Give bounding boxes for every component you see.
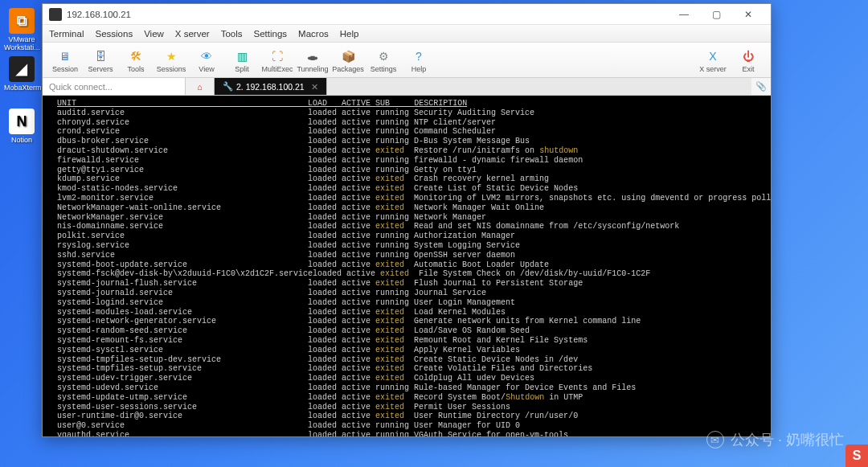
exit-icon: ⏻	[739, 47, 757, 65]
sessions-icon: ★	[162, 47, 180, 65]
mobaxterm-window: 192.168.100.21 — ▢ ✕ TerminalSessionsVie…	[42, 3, 772, 437]
vmware-icon: ⧉	[9, 8, 35, 34]
toolbar-label: Sessions	[157, 65, 186, 73]
toolbar-label: Session	[52, 65, 78, 73]
mobaxterm-icon: ◢	[9, 56, 35, 82]
toolbar-label: Tools	[127, 65, 144, 73]
toolbar-x-server[interactable]: XX server	[695, 46, 731, 75]
connection-row: Quick connect... ⌂🔧2. 192.168.100.21✕ 📎	[43, 78, 771, 96]
settings-icon: ⚙	[375, 47, 392, 65]
watermark: ✉ 公众号 · 奶嘴很忙	[706, 430, 844, 449]
toolbar-label: Split	[235, 65, 249, 73]
toolbar: 🖥Session🗄Servers🛠Tools★Sessions👁View▥Spl…	[43, 43, 771, 78]
toolbar-split[interactable]: ▥Split	[224, 46, 260, 75]
desktop-icon-label: VMware Workstati...	[4, 35, 39, 51]
servers-icon: 🗄	[92, 47, 109, 65]
menu-settings[interactable]: Settings	[254, 29, 288, 39]
toolbar-settings[interactable]: ⚙Settings	[366, 46, 401, 75]
x-server-icon: X	[704, 47, 722, 65]
desktop-icon-notion[interactable]: N Notion	[4, 109, 39, 144]
toolbar-label: Packages	[332, 65, 364, 73]
watermark-text: 公众号 · 奶嘴很忙	[731, 430, 844, 449]
window-title: 192.168.100.21	[67, 10, 668, 19]
toolbar-packages[interactable]: 📦Packages	[330, 46, 366, 75]
toolbar-label: View	[199, 65, 214, 73]
tab-home[interactable]: ⌂	[186, 78, 215, 95]
tab-label: 2. 192.168.100.21	[236, 82, 305, 92]
menu-x-server[interactable]: X server	[175, 29, 210, 39]
desktop-icon-label: Notion	[4, 136, 39, 144]
tools-icon: 🛠	[127, 47, 145, 65]
desktop-icon-label: MobaXterm	[4, 84, 39, 92]
session-icon: 🖥	[56, 47, 74, 65]
toolbar-exit[interactable]: ⏻Exit	[731, 46, 766, 75]
toolbar-sessions[interactable]: ★Sessions	[154, 46, 189, 75]
toolbar-label: MultiExec	[261, 65, 293, 73]
tab-close-icon[interactable]: ✕	[311, 82, 318, 92]
toolbar-label: X server	[699, 65, 727, 73]
paperclip-icon[interactable]: 📎	[751, 81, 771, 92]
tunneling-icon: 🕳	[304, 47, 321, 65]
tray-icon-sogou[interactable]: S	[845, 444, 868, 467]
minimize-button[interactable]: —	[668, 5, 700, 24]
tab-icon: 🔧	[223, 81, 233, 92]
toolbar-view[interactable]: 👁View	[189, 46, 224, 75]
desktop-icon-vmware[interactable]: ⧉ VMware Workstati...	[4, 8, 39, 51]
view-icon: 👁	[198, 47, 215, 65]
toolbar-help[interactable]: ?Help	[401, 46, 436, 75]
desktop-icon-mobaxterm[interactable]: ◢ MobaXterm	[4, 56, 39, 92]
tab-session[interactable]: 🔧2. 192.168.100.21✕	[215, 78, 327, 95]
toolbar-label: Settings	[371, 65, 397, 73]
menu-help[interactable]: Help	[340, 29, 359, 39]
terminal-output[interactable]: UNIT LOAD ACTIVE SUB DESCRIPTION auditd.…	[43, 96, 771, 436]
help-icon: ?	[410, 47, 428, 65]
toolbar-tunneling[interactable]: 🕳Tunneling	[295, 46, 330, 75]
menu-terminal[interactable]: Terminal	[49, 29, 84, 39]
packages-icon: 📦	[339, 47, 357, 65]
close-button[interactable]: ✕	[732, 5, 764, 24]
split-icon: ▥	[233, 47, 251, 65]
app-icon	[49, 8, 62, 21]
menu-tools[interactable]: Tools	[221, 29, 243, 39]
menu-macros[interactable]: Macros	[298, 29, 329, 39]
tab-bar: ⌂🔧2. 192.168.100.21✕	[186, 78, 751, 95]
maximize-button[interactable]: ▢	[700, 5, 732, 24]
toolbar-multiexec[interactable]: ⛶MultiExec	[260, 46, 295, 75]
menu-sessions[interactable]: Sessions	[95, 29, 133, 39]
multiexec-icon: ⛶	[268, 47, 286, 65]
notion-icon: N	[9, 109, 35, 134]
tab-label: ⌂	[197, 82, 202, 92]
toolbar-session[interactable]: 🖥Session	[47, 46, 83, 75]
wechat-icon: ✉	[706, 431, 724, 449]
toolbar-label: Exit	[742, 65, 754, 73]
toolbar-tools[interactable]: 🛠Tools	[118, 46, 154, 75]
quick-connect-input[interactable]: Quick connect...	[43, 78, 186, 95]
titlebar[interactable]: 192.168.100.21 — ▢ ✕	[43, 4, 771, 25]
toolbar-label: Help	[411, 65, 427, 73]
toolbar-servers[interactable]: 🗄Servers	[83, 46, 118, 75]
toolbar-label: Servers	[88, 65, 113, 73]
menubar: TerminalSessionsViewX serverToolsSetting…	[43, 25, 771, 43]
menu-view[interactable]: View	[144, 29, 164, 39]
toolbar-label: Tunneling	[297, 65, 328, 73]
